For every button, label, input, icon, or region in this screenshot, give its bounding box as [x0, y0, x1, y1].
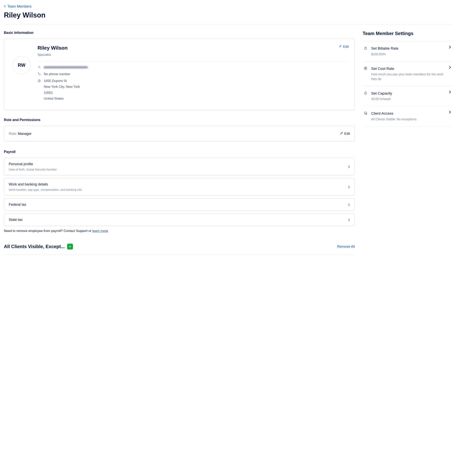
payroll-item-sub: Work location, pay type, compensation, a…	[9, 187, 82, 192]
chevron-right-icon	[348, 185, 350, 188]
avatar-initials: RW	[18, 62, 25, 69]
settings-item-sub: $100.00/hr	[371, 52, 446, 56]
settings-list: Set Billable Rate $100.00/hr Set Cost Ra…	[363, 41, 452, 126]
payroll-item-title: Work and banking details	[9, 182, 82, 187]
clients-visible-row: All Clients Visible, Except... Remove Al…	[4, 243, 355, 250]
settings-cost-rate[interactable]: Set Cost Rate How much you pay your team…	[363, 61, 452, 86]
settings-billable-rate[interactable]: Set Billable Rate $100.00/hr	[363, 41, 452, 61]
address-country: United States	[44, 96, 80, 101]
page-title: Riley Wilson	[4, 10, 452, 20]
pencil-icon	[340, 131, 343, 136]
settings-item-sub: 40:00 hr/week	[371, 97, 446, 101]
pencil-icon	[339, 44, 342, 49]
chevron-right-icon	[449, 66, 451, 70]
settings-item-title: Set Cost Rate	[371, 66, 446, 71]
settings-item-title: Client Access	[371, 111, 446, 116]
basic-info-card: RW Riley Wilson Specialist Edit	[4, 39, 355, 110]
laptop-icon	[363, 111, 368, 121]
svg-point-4	[364, 92, 367, 94]
add-client-exception-button[interactable]	[67, 244, 73, 249]
contact-email-row: ■■■■■■■■■■■■■■■■■■■■■■	[38, 65, 349, 70]
globe-icon	[38, 79, 41, 83]
clients-divider	[4, 255, 355, 255]
address-line1: 1655 Dupont St	[44, 79, 80, 84]
clients-visible-title: All Clients Visible, Except...	[4, 243, 65, 250]
payroll-item-title: Federal tax	[9, 202, 26, 207]
breadcrumb-team-members[interactable]: Team Members	[4, 4, 32, 9]
edit-role-button[interactable]: Edit	[340, 131, 350, 136]
settings-capacity[interactable]: Set Capacity 40:00 hr/week	[363, 86, 452, 106]
stopwatch-icon	[363, 46, 368, 56]
member-subtitle: Specialist	[38, 52, 68, 57]
clients-visible-title-wrap: All Clients Visible, Except...	[4, 243, 73, 250]
address-postal: 10001	[44, 91, 80, 95]
stopwatch-icon	[363, 91, 368, 101]
edit-basic-label: Edit	[343, 44, 349, 49]
payroll-federal-tax[interactable]: Federal tax	[4, 198, 355, 211]
payroll-state-tax[interactable]: State tax	[4, 213, 355, 226]
settings-client-access[interactable]: Client Access All Clients Visible: No ex…	[363, 106, 452, 126]
basic-info-separator	[38, 61, 349, 61]
dollar-circle-icon	[363, 66, 368, 81]
chevron-left-icon	[4, 4, 6, 9]
payroll-work-banking[interactable]: Work and banking details Work location, …	[4, 178, 355, 196]
contact-phone: No phone number	[44, 72, 70, 77]
payroll-item-sub: Date of birth, Social Security Number	[9, 167, 57, 172]
chevron-right-icon	[449, 45, 451, 50]
chevron-right-icon	[348, 165, 350, 168]
settings-heading: Team Member Settings	[363, 30, 452, 37]
address-line2: New York City, New York	[44, 85, 80, 89]
payroll-item-title: Personal profile	[9, 162, 57, 167]
contact-address-row: 1655 Dupont St New York City, New York 1…	[38, 79, 349, 102]
contact-phone-row: No phone number	[38, 72, 349, 77]
role-value: Manager	[18, 132, 32, 136]
payroll-item-title: State tax	[9, 217, 23, 222]
chevron-right-icon	[348, 203, 350, 206]
person-icon	[38, 65, 41, 69]
chevron-right-icon	[449, 110, 451, 115]
remove-note-prefix: Need to remove employee from payroll? Co…	[4, 229, 93, 233]
chevron-right-icon	[348, 218, 350, 221]
settings-item-title: Set Capacity	[371, 91, 446, 96]
header-divider	[4, 25, 452, 25]
payroll-heading: Payroll	[4, 149, 355, 154]
role-heading: Role and Permissions	[4, 117, 355, 122]
chevron-right-icon	[449, 90, 451, 95]
contact-email: ■■■■■■■■■■■■■■■■■■■■■■	[44, 65, 88, 70]
settings-item-sub: All Clients Visible: No exceptions	[371, 117, 446, 121]
learn-more-link[interactable]: learn more	[93, 229, 108, 233]
contact-address: 1655 Dupont St New York City, New York 1…	[44, 79, 80, 102]
edit-role-label: Edit	[344, 131, 350, 136]
role-card: Role: Manager Edit	[4, 126, 355, 142]
payroll-personal-profile[interactable]: Personal profile Date of birth, Social S…	[4, 158, 355, 175]
payroll-remove-note: Need to remove employee from payroll? Co…	[4, 229, 355, 234]
remove-all-link[interactable]: Remove All	[337, 244, 355, 249]
role-label: Role:	[9, 132, 17, 136]
svg-point-0	[39, 66, 40, 67]
avatar-wrap: RW	[10, 44, 33, 104]
edit-basic-button[interactable]: Edit	[339, 44, 349, 49]
basic-info-heading: Basic Information	[4, 30, 355, 35]
member-name: Riley Wilson	[38, 44, 68, 52]
settings-item-sub: How much you pay your team members for t…	[371, 72, 446, 81]
phone-icon	[38, 72, 41, 76]
breadcrumb-label: Team Members	[7, 4, 32, 9]
svg-rect-5	[364, 112, 367, 114]
settings-item-title: Set Billable Rate	[371, 46, 446, 51]
avatar: RW	[12, 56, 31, 74]
